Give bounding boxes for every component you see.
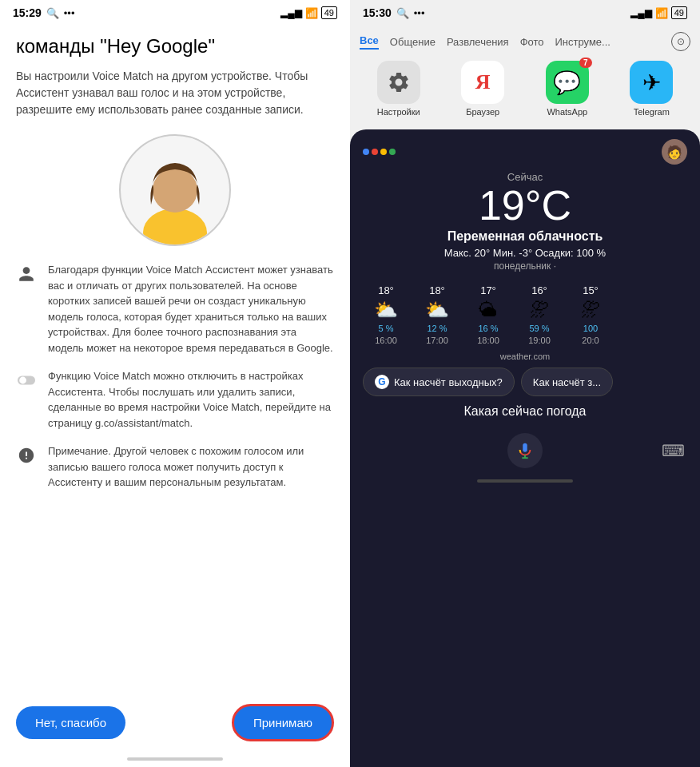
tab-photo[interactable]: Фото [520, 36, 544, 48]
app-yandex[interactable]: Я Браузер [455, 61, 511, 117]
right-status-icons: ▂▄▆ 📶 49 [630, 6, 687, 19]
info-items: Благодаря функции Voice Match Ассистент … [16, 262, 334, 491]
avatar [119, 134, 231, 246]
hour-pct-1: 12 % [427, 324, 447, 333]
wifi-icon: 📶 [305, 7, 318, 19]
info-item-3: Примечание. Другой человек с похожим гол… [16, 443, 334, 491]
hour-icon-3: ⛈ [530, 299, 549, 321]
app-tabs: Все Общение Развлечения Фото Инструме...… [360, 29, 690, 58]
left-status-bar: 15:29 🔍 ••• ▂▄▆ 📶 49 [0, 0, 350, 26]
right-battery-icon: 49 [671, 6, 687, 19]
hour-time-4: 20:0 [582, 336, 599, 345]
svg-point-0 [143, 209, 207, 244]
decline-button[interactable]: Нет, спасибо [16, 706, 125, 739]
hour-time-0: 16:00 [375, 336, 397, 345]
more-icon: ••• [64, 7, 75, 19]
whatsapp-badge: 7 [579, 58, 592, 68]
app-drawer: Все Общение Развлечения Фото Инструме...… [350, 26, 700, 126]
hour-time-1: 17:00 [426, 336, 448, 345]
right-wifi-icon: 📶 [655, 7, 668, 19]
hour-temp-2: 17° [480, 284, 496, 296]
right-time: 15:30 [363, 6, 392, 19]
whatsapp-app-icon: 💬 7 [546, 61, 589, 104]
telegram-app-icon: ✈ [630, 61, 673, 104]
chips-row: G Как насчёт выходных? Как насчёт з... [363, 368, 687, 396]
assistant-actions: ⌨ [363, 427, 687, 475]
right-status-bar: 15:30 🔍 ••• ▂▄▆ 📶 49 [350, 0, 700, 26]
app-whatsapp[interactable]: 💬 7 WhatsApp [539, 61, 595, 117]
google-icon: G [375, 375, 389, 389]
app-settings[interactable]: Настройки [371, 61, 427, 117]
tab-entertainment[interactable]: Развлечения [447, 36, 509, 48]
left-buttons: Нет, спасибо Принимаю [0, 694, 350, 754]
hour-pct-2: 16 % [478, 324, 498, 333]
person-icon [16, 264, 37, 284]
toggle-icon [16, 370, 37, 391]
weather-label: Сейчас [363, 171, 687, 183]
tab-communication[interactable]: Общение [390, 36, 436, 48]
right-search-icon: 🔍 [396, 7, 409, 19]
hour-item-4: 15° ⛈ 100 20:0 [567, 284, 614, 345]
weather-day: понедельник · [363, 260, 687, 272]
right-more-icon: ••• [414, 7, 425, 19]
info-text-1: Благодаря функции Voice Match Ассистент … [48, 262, 334, 356]
chip-weekend-label: Как насчёт выходных? [394, 376, 503, 388]
assistant-card: 🧑 Сейчас 19°С Переменная облачность Макс… [350, 129, 700, 767]
hour-time-3: 19:00 [528, 336, 551, 345]
battery-icon: 49 [321, 6, 337, 19]
page-title: команды "Hey Google" [16, 34, 334, 58]
info-text-3: Примечание. Другой человек с похожим гол… [48, 443, 334, 491]
tab-all[interactable]: Все [360, 34, 379, 50]
chip-weekend[interactable]: G Как насчёт выходных? [363, 368, 515, 396]
privacy-icon[interactable]: ⊙ [671, 32, 690, 51]
dot-blue [363, 149, 369, 155]
accept-button[interactable]: Принимаю [232, 704, 334, 741]
hour-icon-2: 🌥 [479, 299, 498, 321]
right-panel: 15:30 🔍 ••• ▂▄▆ 📶 49 Все Общение Развлеч… [350, 0, 700, 767]
hour-item-0: 18° ⛅ 5 % 16:00 [363, 284, 409, 345]
hour-temp-1: 18° [429, 284, 445, 296]
warning-icon [16, 445, 37, 466]
mic-button[interactable] [507, 433, 543, 468]
yandex-label: Браузер [466, 107, 499, 117]
settings-label: Настройки [377, 107, 420, 117]
keyboard-button[interactable]: ⌨ [658, 436, 687, 465]
hour-item-2: 17° 🌥 16 % 18:00 [465, 284, 511, 345]
chip-more[interactable]: Как насчёт з... [521, 368, 613, 396]
app-grid: Настройки Я Браузер 💬 7 WhatsApp ✈ Teleg… [360, 58, 690, 120]
hour-temp-0: 18° [378, 284, 394, 296]
left-time: 15:29 [13, 6, 42, 19]
hour-icon-4: ⛈ [581, 299, 600, 321]
hour-icon-1: ⛅ [425, 299, 449, 321]
left-content: команды "Hey Google" Вы настроили Voice … [0, 26, 350, 694]
dot-red [372, 149, 378, 155]
right-signal-icon: ▂▄▆ [630, 7, 652, 18]
tab-tools[interactable]: Инструме... [555, 36, 611, 48]
weather-temp: 19°С [363, 185, 687, 226]
hour-pct-0: 5 % [379, 324, 394, 333]
hour-icon-0: ⛅ [374, 299, 398, 321]
status-icons: ▂▄▆ 📶 49 [280, 6, 337, 19]
hourly-forecast: 18° ⛅ 5 % 16:00 18° ⛅ 12 % 17:00 17° 🌥 1… [363, 284, 687, 345]
app-telegram[interactable]: ✈ Telegram [623, 61, 679, 117]
weather-section: Сейчас 19°С Переменная облачность Макс. … [363, 171, 687, 278]
assistant-query: Какая сейчас погода [363, 404, 687, 419]
assistant-header: 🧑 [363, 139, 687, 165]
settings-app-icon [377, 61, 420, 104]
search-icon: 🔍 [46, 7, 59, 19]
dot-yellow [380, 149, 387, 155]
google-dots [363, 149, 396, 155]
chip-more-label: Как насчёт з... [533, 376, 601, 388]
right-bottom-bar [477, 479, 573, 483]
weather-details: Макс. 20° Мин. -3° Осадки: 100 % [363, 247, 687, 259]
hour-item-1: 18° ⛅ 12 % 17:00 [414, 284, 460, 345]
user-avatar[interactable]: 🧑 [662, 139, 687, 165]
hour-time-2: 18:00 [477, 336, 499, 345]
left-panel: 15:29 🔍 ••• ▂▄▆ 📶 49 команды "Hey Google… [0, 0, 350, 767]
dot-green [389, 149, 396, 155]
weather-desc: Переменная облачность [363, 229, 687, 244]
telegram-label: Telegram [634, 107, 670, 117]
info-text-2: Функцию Voice Match можно отключить в на… [48, 368, 334, 431]
page-subtitle: Вы настроили Voice Match на другом устро… [16, 68, 334, 118]
info-item-2: Функцию Voice Match можно отключить в на… [16, 368, 334, 431]
